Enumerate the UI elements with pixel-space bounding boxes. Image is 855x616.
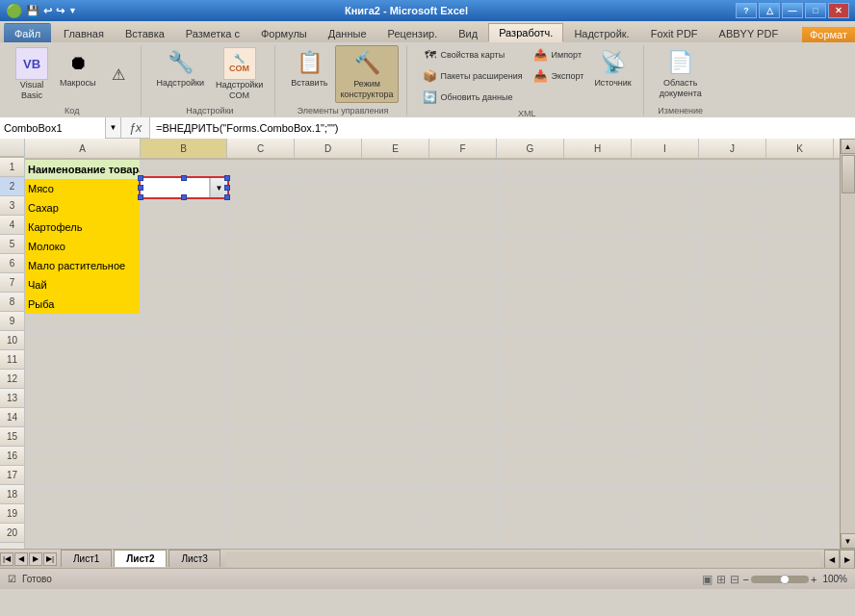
cell-g7[interactable] bbox=[497, 275, 564, 295]
col-header-a[interactable]: A bbox=[25, 139, 141, 158]
cell-h20[interactable] bbox=[564, 526, 632, 545]
row-header-16[interactable]: 16 bbox=[0, 447, 24, 466]
formula-fx-button[interactable]: ƒx bbox=[121, 117, 150, 139]
cell-j6[interactable] bbox=[699, 256, 766, 275]
quick-access-more[interactable]: ▼ bbox=[68, 6, 77, 15]
cell-b5[interactable] bbox=[141, 237, 227, 256]
cell-f14[interactable] bbox=[429, 410, 497, 429]
cell-d5[interactable] bbox=[295, 237, 362, 256]
zoom-handle[interactable] bbox=[780, 575, 790, 584]
cell-e10[interactable] bbox=[362, 333, 429, 352]
col-header-j[interactable]: J bbox=[699, 139, 766, 158]
cell-d19[interactable] bbox=[295, 506, 362, 526]
cell-i8[interactable] bbox=[632, 295, 699, 314]
view-break-icon[interactable]: ⊟ bbox=[730, 573, 739, 586]
row-header-9[interactable]: 9 bbox=[0, 312, 24, 331]
export-button[interactable]: 📥 Экспорт bbox=[530, 66, 587, 86]
tab-review[interactable]: Рецензир. bbox=[377, 23, 449, 42]
cell-a7[interactable]: Чай bbox=[25, 275, 141, 295]
cell-k10[interactable] bbox=[766, 333, 834, 352]
cell-f5[interactable] bbox=[429, 237, 497, 256]
formula-input[interactable]: =ВНЕДРИТЬ("Forms.ComboBox.1";"") bbox=[150, 117, 855, 139]
cell-e15[interactable] bbox=[362, 429, 429, 449]
cell-c11[interactable] bbox=[227, 352, 295, 372]
cell-c9[interactable] bbox=[227, 314, 295, 333]
cell-d1[interactable] bbox=[295, 160, 362, 179]
cell-j16[interactable] bbox=[699, 449, 766, 468]
cell-h17[interactable] bbox=[564, 468, 632, 487]
col-header-c[interactable]: C bbox=[227, 139, 295, 158]
cell-c6[interactable] bbox=[227, 256, 295, 275]
cell-f7[interactable] bbox=[429, 275, 497, 295]
cell-j2[interactable] bbox=[699, 179, 766, 198]
row-header-13[interactable]: 13 bbox=[0, 389, 24, 408]
cell-c15[interactable] bbox=[227, 429, 295, 449]
name-box[interactable]: ComboBox1 bbox=[0, 117, 106, 139]
cell-i11[interactable] bbox=[632, 352, 699, 372]
cell-b8[interactable] bbox=[141, 295, 227, 314]
cell-c8[interactable] bbox=[227, 295, 295, 314]
cell-h1[interactable] bbox=[564, 160, 632, 179]
cell-k16[interactable] bbox=[766, 449, 834, 468]
cell-j11[interactable] bbox=[699, 352, 766, 372]
row-header-20[interactable]: 20 bbox=[0, 524, 24, 543]
cell-d3[interactable] bbox=[295, 198, 362, 218]
cell-j4[interactable] bbox=[699, 218, 766, 237]
cell-e13[interactable] bbox=[362, 391, 429, 410]
cell-a18[interactable] bbox=[25, 487, 141, 506]
cell-g6[interactable] bbox=[497, 256, 564, 275]
cell-k19[interactable] bbox=[766, 506, 834, 526]
cell-h3[interactable] bbox=[564, 198, 632, 218]
cell-d9[interactable] bbox=[295, 314, 362, 333]
scroll-right-button[interactable]: ▶ bbox=[840, 550, 855, 569]
cell-i5[interactable] bbox=[632, 237, 699, 256]
col-header-e[interactable]: E bbox=[362, 139, 429, 158]
row-header-4[interactable]: 4 bbox=[0, 216, 24, 235]
cell-i6[interactable] bbox=[632, 256, 699, 275]
cell-e14[interactable] bbox=[362, 410, 429, 429]
cell-g12[interactable] bbox=[497, 372, 564, 391]
scroll-left-button[interactable]: ◀ bbox=[824, 550, 840, 569]
cell-g17[interactable] bbox=[497, 468, 564, 487]
close-button[interactable]: ✕ bbox=[828, 3, 849, 18]
scroll-thumb[interactable] bbox=[842, 155, 855, 193]
cell-i12[interactable] bbox=[632, 372, 699, 391]
cell-k15[interactable] bbox=[766, 429, 834, 449]
cell-k12[interactable] bbox=[766, 372, 834, 391]
cell-a10[interactable] bbox=[25, 333, 141, 352]
cell-f3[interactable] bbox=[429, 198, 497, 218]
ribbon-toggle[interactable]: △ bbox=[759, 3, 780, 18]
cell-i7[interactable] bbox=[632, 275, 699, 295]
cell-g19[interactable] bbox=[497, 506, 564, 526]
cell-h9[interactable] bbox=[564, 314, 632, 333]
cell-i13[interactable] bbox=[632, 391, 699, 410]
cell-g2[interactable] bbox=[497, 179, 564, 198]
cell-c3[interactable] bbox=[227, 198, 295, 218]
cell-c12[interactable] bbox=[227, 372, 295, 391]
cell-i18[interactable] bbox=[632, 487, 699, 506]
insert-control-button[interactable]: 📋 Вставить bbox=[287, 45, 331, 90]
cell-i1[interactable] bbox=[632, 160, 699, 179]
cell-g18[interactable] bbox=[497, 487, 564, 506]
cell-d4[interactable] bbox=[295, 218, 362, 237]
cell-i10[interactable] bbox=[632, 333, 699, 352]
cell-f12[interactable] bbox=[429, 372, 497, 391]
cell-h7[interactable] bbox=[564, 275, 632, 295]
cell-k4[interactable] bbox=[766, 218, 834, 237]
cell-j15[interactable] bbox=[699, 429, 766, 449]
cell-e17[interactable] bbox=[362, 468, 429, 487]
scroll-up-button[interactable]: ▲ bbox=[841, 139, 856, 154]
row-header-12[interactable]: 12 bbox=[0, 370, 24, 389]
cell-f19[interactable] bbox=[429, 506, 497, 526]
cell-k3[interactable] bbox=[766, 198, 834, 218]
cell-i14[interactable] bbox=[632, 410, 699, 429]
cell-c4[interactable] bbox=[227, 218, 295, 237]
cell-g10[interactable] bbox=[497, 333, 564, 352]
cell-a2[interactable]: Мясо bbox=[25, 179, 141, 198]
cell-d2[interactable] bbox=[295, 179, 362, 198]
cell-c14[interactable] bbox=[227, 410, 295, 429]
cell-d7[interactable] bbox=[295, 275, 362, 295]
cell-h18[interactable] bbox=[564, 487, 632, 506]
cell-h19[interactable] bbox=[564, 506, 632, 526]
cell-a17[interactable] bbox=[25, 468, 141, 487]
